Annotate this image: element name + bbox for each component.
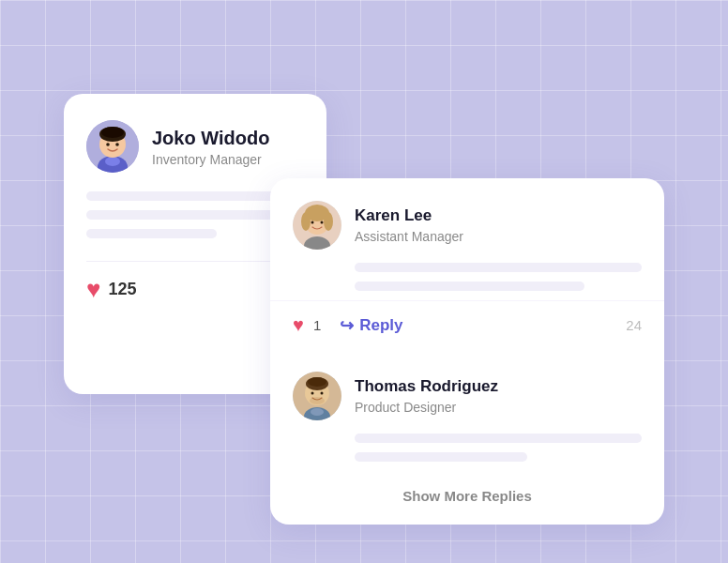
thomas-content	[293, 434, 642, 462]
thomas-comment-section: Thomas Rodriguez Product Designer	[270, 349, 664, 462]
joko-name: Joko Widodo	[152, 127, 269, 149]
cards-wrapper: Joko Widodo Inventory Manager ♥ 125	[64, 66, 664, 497]
karen-title: Assistant Manager	[355, 229, 463, 244]
reply-label: Reply	[359, 316, 402, 335]
thomas-line-1	[355, 434, 642, 443]
reply-button[interactable]: ↪ Reply	[340, 315, 402, 336]
thomas-avatar	[293, 372, 341, 420]
svg-point-12	[301, 212, 311, 231]
content-line-3	[86, 229, 217, 238]
svg-point-2	[105, 157, 120, 166]
svg-point-21	[308, 377, 326, 387]
scene: Joko Widodo Inventory Manager ♥ 125	[0, 0, 728, 563]
svg-point-24	[321, 392, 324, 395]
thomas-title: Product Designer	[355, 400, 498, 415]
karen-line-1	[355, 263, 642, 272]
joko-user-row: Joko Widodo Inventory Manager	[86, 120, 304, 173]
svg-point-14	[311, 221, 314, 224]
thomas-avatar-illustration	[293, 372, 341, 420]
karen-line-2	[355, 282, 584, 291]
joko-user-info: Joko Widodo Inventory Manager	[152, 127, 269, 167]
show-more-replies[interactable]: Show More Replies	[270, 471, 664, 525]
svg-point-6	[106, 143, 110, 146]
karen-user-row: Karen Lee Assistant Manager	[293, 201, 642, 250]
svg-point-5	[101, 127, 124, 138]
joko-title: Inventory Manager	[152, 152, 269, 167]
svg-point-18	[311, 408, 324, 416]
karen-heart-icon: ♥	[293, 314, 304, 336]
reply-arrow-icon: ↪	[340, 315, 354, 336]
karen-content	[293, 263, 642, 291]
karen-like-count: 1	[313, 317, 321, 333]
joko-like-count: 125	[108, 280, 136, 299]
thomas-line-2	[355, 452, 527, 462]
joko-avatar	[86, 120, 139, 173]
svg-point-7	[115, 143, 119, 146]
karen-avatar	[293, 201, 341, 250]
thomas-user-row: Thomas Rodriguez Product Designer	[293, 372, 642, 420]
karen-user-info: Karen Lee Assistant Manager	[355, 206, 463, 243]
svg-point-15	[321, 221, 324, 224]
joko-avatar-illustration	[86, 120, 139, 173]
karen-avatar-illustration	[293, 201, 341, 250]
card-comments: Karen Lee Assistant Manager ♥ 1 ↪ Reply …	[270, 178, 664, 525]
svg-point-23	[311, 392, 314, 395]
karen-comment-section: Karen Lee Assistant Manager	[270, 178, 664, 291]
karen-actions: ♥ 1 ↪ Reply 24	[270, 300, 664, 349]
karen-name: Karen Lee	[355, 206, 463, 225]
thomas-name: Thomas Rodriguez	[355, 377, 498, 396]
svg-point-13	[324, 212, 333, 231]
thomas-user-info: Thomas Rodriguez Product Designer	[355, 377, 498, 414]
heart-icon: ♥	[86, 277, 100, 301]
svg-point-22	[310, 397, 325, 404]
comment-count: 24	[626, 317, 642, 333]
